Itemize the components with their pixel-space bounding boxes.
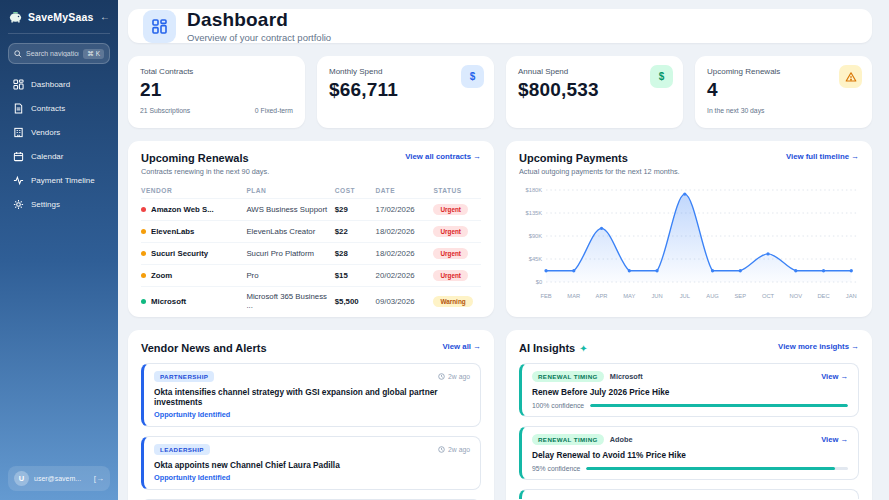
user-email: user@savem... xyxy=(34,475,89,482)
page-title: Dashboard xyxy=(187,9,331,31)
insight-card[interactable]: RENEWAL TIMING Adobe View → Delay Renewa… xyxy=(519,426,859,480)
sidebar-item-dashboard[interactable]: Dashboard xyxy=(8,74,110,95)
svg-text:DEC: DEC xyxy=(817,293,830,299)
svg-text:$0: $0 xyxy=(536,279,543,285)
confidence-bar xyxy=(590,404,848,407)
table-row[interactable]: Amazon Web S... AWS Business Support $29… xyxy=(141,199,481,221)
stat-card-upcoming-renewals: Upcoming Renewals 4 In the next 30 days xyxy=(695,56,872,128)
sparkle-icon: ✦ xyxy=(579,343,587,354)
news-card[interactable]: PARTNERSHIP 2w ago Okta intensifies chan… xyxy=(141,363,481,427)
svg-text:JAN: JAN xyxy=(846,293,857,299)
view-more-insights-link[interactable]: View more insights → xyxy=(778,342,859,351)
upcoming-payments-panel: Upcoming Payments Actual outgoing paymen… xyxy=(506,141,872,317)
bottom-row: Vendor News and Alerts View all → PARTNE… xyxy=(128,330,872,500)
renewals-table: Vendor Plan Cost Date Status Amazon Web … xyxy=(141,183,481,315)
sidebar-item-settings[interactable]: Settings xyxy=(8,194,110,215)
avatar: U xyxy=(14,471,29,486)
vendor-news-panel: Vendor News and Alerts View all → PARTNE… xyxy=(128,330,494,500)
news-card[interactable]: LEADERSHIP 2w ago Okta appoints new Chan… xyxy=(141,436,481,490)
sidebar-collapse-button[interactable]: ← xyxy=(100,11,110,22)
status-badge: Warning xyxy=(433,296,472,307)
dashboard-header-icon xyxy=(143,10,176,43)
svg-text:FEB: FEB xyxy=(540,293,551,299)
dollar-icon: $ xyxy=(461,65,484,88)
sidebar: SaveMySaas ← Search navigation... ⌘ K Da… xyxy=(0,0,118,500)
confidence-bar xyxy=(586,467,848,470)
news-note: Opportunity Identified xyxy=(154,410,470,419)
insight-view-link[interactable]: View → xyxy=(821,435,848,444)
sidebar-item-calendar[interactable]: Calendar xyxy=(8,146,110,167)
confidence-label: 100% confidence xyxy=(532,402,584,409)
renewals-subtitle: Contracts renewing in the next 90 days. xyxy=(141,167,269,176)
logout-icon[interactable]: [→ xyxy=(94,474,104,483)
ai-insights-panel: AI Insights✦ View more insights → RENEWA… xyxy=(506,330,872,500)
table-row[interactable]: Sucuri Security Sucuri Pro Platform $28 … xyxy=(141,243,481,265)
news-time: 2w ago xyxy=(438,446,470,453)
vendor-status-dot xyxy=(141,273,146,278)
sidebar-item-vendors[interactable]: Vendors xyxy=(8,122,110,143)
user-account[interactable]: U user@savem... [→ xyxy=(8,466,110,491)
news-category-badge: PARTNERSHIP xyxy=(154,371,214,382)
view-all-contracts-link[interactable]: View all contracts → xyxy=(405,152,481,161)
dashboard-grid-icon xyxy=(13,79,24,90)
vendor-status-dot xyxy=(141,251,146,256)
vendor-status-dot xyxy=(141,229,146,234)
stat-card-annual-spend: Annual Spend $800,533 $ xyxy=(506,56,683,128)
svg-text:APR: APR xyxy=(596,293,608,299)
news-category-badge: LEADERSHIP xyxy=(154,444,210,455)
table-row[interactable]: Microsoft Microsoft 365 Business ... $5,… xyxy=(141,287,481,316)
dollar-icon: $ xyxy=(650,65,673,88)
calendar-icon xyxy=(13,151,24,162)
search-shortcut-badge: ⌘ K xyxy=(83,49,104,59)
gear-icon xyxy=(13,199,24,210)
svg-text:JUN: JUN xyxy=(651,293,662,299)
news-note: Opportunity Identified xyxy=(154,473,470,482)
upcoming-renewals-value: 4 xyxy=(707,79,860,101)
status-badge: Urgent xyxy=(433,270,468,281)
insight-vendor: Adobe xyxy=(610,435,633,444)
brand-row: SaveMySaas ← xyxy=(8,9,110,34)
clock-icon xyxy=(438,373,445,380)
search-input[interactable]: Search navigation... ⌘ K xyxy=(8,43,110,64)
clock-icon xyxy=(438,446,445,453)
insight-card-partial xyxy=(519,489,859,499)
svg-text:AUG: AUG xyxy=(706,293,719,299)
insight-vendor: Microsoft xyxy=(610,372,643,381)
svg-text:MAY: MAY xyxy=(623,293,635,299)
middle-row: Upcoming Renewals Contracts renewing in … xyxy=(128,141,872,317)
search-placeholder: Search navigation... xyxy=(26,50,79,57)
payments-title: Upcoming Payments xyxy=(519,152,680,164)
piggy-bank-logo-icon xyxy=(8,9,23,24)
stats-row: Total Contracts 21 21 Subscriptions 0 Fi… xyxy=(128,56,872,128)
document-icon xyxy=(13,103,24,114)
sidebar-item-contracts[interactable]: Contracts xyxy=(8,98,110,119)
view-full-timeline-link[interactable]: View full timeline → xyxy=(786,152,859,161)
insight-type-badge: RENEWAL TIMING xyxy=(532,371,604,382)
total-contracts-value: 21 xyxy=(140,79,293,101)
monthly-spend-value: $66,711 xyxy=(329,79,482,101)
sidebar-item-payment-timeline[interactable]: Payment Timeline xyxy=(8,170,110,191)
table-row[interactable]: Zoom Pro $15 20/02/2026 Urgent xyxy=(141,265,481,287)
insight-card[interactable]: RENEWAL TIMING Microsoft View → Renew Be… xyxy=(519,363,859,417)
svg-text:$45K: $45K xyxy=(529,256,543,262)
news-headline: Okta appoints new Channel Chief Laura Pa… xyxy=(154,460,470,470)
insight-headline: Delay Renewal to Avoid 11% Price Hike xyxy=(532,450,848,460)
insights-title: AI Insights✦ xyxy=(519,342,588,354)
insight-type-badge: RENEWAL TIMING xyxy=(532,434,604,445)
payments-area-chart: $0$45K$90K$135K$180KFEBMARAPRMAYJUNJULAU… xyxy=(519,180,859,304)
status-badge: Urgent xyxy=(433,248,468,259)
activity-pulse-icon xyxy=(13,175,24,186)
warning-triangle-icon xyxy=(839,65,862,88)
table-row[interactable]: ElevenLabs ElevenLabs Creator $22 18/02/… xyxy=(141,221,481,243)
svg-text:OCT: OCT xyxy=(762,293,775,299)
svg-text:$90K: $90K xyxy=(529,233,543,239)
upcoming-renewals-panel: Upcoming Renewals Contracts renewing in … xyxy=(128,141,494,317)
main-content: Dashboard Overview of your contract port… xyxy=(118,0,889,500)
vendor-status-dot xyxy=(141,207,146,212)
news-time: 2w ago xyxy=(438,373,470,380)
insight-view-link[interactable]: View → xyxy=(821,372,848,381)
insight-headline: Renew Before July 2026 Price Hike xyxy=(532,387,848,397)
svg-text:SEP: SEP xyxy=(735,293,747,299)
svg-text:$135K: $135K xyxy=(525,210,542,216)
view-all-news-link[interactable]: View all → xyxy=(443,342,481,351)
